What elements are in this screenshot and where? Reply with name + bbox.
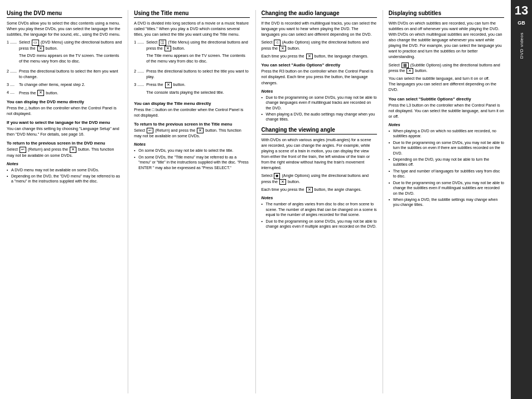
col3-title2: Changing the viewing angle <box>262 127 377 134</box>
direct-title-title: You can display the Title menu directly <box>134 101 249 106</box>
x-icon-return: ✕ <box>70 147 76 152</box>
lang-dvd-text: You can change this setting by choosing … <box>7 126 122 137</box>
title-step2: 2 ...... Press the directional buttons t… <box>134 69 249 80</box>
col4-intro: With DVDs on which subtitles are recorde… <box>389 21 504 60</box>
subtitle-options-icon: ▩ <box>402 63 409 68</box>
return-icon-t: ↩ <box>147 128 153 133</box>
x-icon-t1: ✕ <box>165 46 171 51</box>
col1-dvd-menu: Using the DVD menu Some DVDs allow you t… <box>7 10 128 393</box>
x-button-icon: ✕ <box>37 46 44 51</box>
angle-options-icon: ◆ <box>274 173 280 179</box>
col1-notes: Notes A DVD menu may not be available on… <box>7 161 122 184</box>
title-step3: 3 ...... Press the ✕ button. The console… <box>134 82 249 97</box>
return-dvd-text: Select ↩ (Return) and press the ✕ button… <box>7 147 122 158</box>
title-step1: 1 ...... Select ◫ (Title Menu) using the… <box>134 40 249 66</box>
return-title-text: Select ↩ (Return) and press the ✕ button… <box>134 128 249 139</box>
sidebar-label: DVD videos <box>519 32 524 59</box>
return-icon: ↩ <box>20 147 26 152</box>
lang-dvd-title: If you want to select the language for t… <box>7 120 122 125</box>
col3-notes2: Notes The number of angles varies from d… <box>262 195 377 229</box>
step4: 4 .... Press the ✕ button. <box>7 90 122 95</box>
right-sidebar: 13 GB DVD videos <box>511 0 532 399</box>
col3-select2: Select ◆ (Angle Options) using the direc… <box>262 173 377 185</box>
col3-notes: Notes Due to the programming on some DVD… <box>262 89 377 122</box>
x-icon-sub: ✕ <box>407 68 413 74</box>
col1-title: Using the DVD menu <box>7 10 122 18</box>
col2-title: Using the Title menu <box>134 10 249 18</box>
col3-title: Changing the audio language <box>262 10 377 18</box>
direct-title-text: Press the □ button on the controller whe… <box>134 107 249 118</box>
step3: 3 .... To change other items, repeat ste… <box>7 82 122 88</box>
col4-notes: Notes When playing a DVD on which no sub… <box>389 122 504 208</box>
x-icon-t-return: ✕ <box>197 128 204 133</box>
columns-area: Using the DVD menu Some DVDs allow you t… <box>7 10 504 393</box>
title-menu-icon: ◫ <box>159 40 166 45</box>
col1-intro: Some DVDs allow you to select the disc c… <box>7 21 122 37</box>
x-icon-audio: ✕ <box>279 46 286 51</box>
main-content: Using the DVD menu Some DVDs allow you t… <box>0 0 511 399</box>
col4-subtitles: Displaying subtitles With DVDs on which … <box>389 10 504 393</box>
col3-intro: If the DVD is recorded with multilingual… <box>262 21 377 37</box>
country-code: GB <box>518 20 525 26</box>
x-icon-t3: ✕ <box>165 82 172 88</box>
col4-select-desc: You can select the subtitle language, an… <box>389 76 504 93</box>
audio-direct-text: Press the R3 button on the controller wh… <box>262 69 377 85</box>
return-title-title: To return to the previous screen in the … <box>134 122 249 127</box>
audio-direct-title: You can select "Audio Options" directly <box>262 63 377 68</box>
x-icon-each2: ✕ <box>306 187 313 193</box>
col3-intro2: With DVDs on which various angles (multi… <box>262 137 377 171</box>
page-container: Using the DVD menu Some DVDs allow you t… <box>0 0 532 399</box>
page-number: 13 <box>515 4 528 17</box>
subtitle-direct-text: Press the L3 button on the controller wh… <box>389 103 504 119</box>
col2-title-menu: Using the Title menu A DVD is divided in… <box>134 10 255 393</box>
x-icon-each: ✕ <box>306 54 313 59</box>
x-icon-angle: ✕ <box>279 179 286 185</box>
x-button-icon2: ✕ <box>37 90 44 95</box>
col3-each2: Each time you press the ✕ button, the an… <box>262 187 377 193</box>
col2-intro: A DVD is divided into long sections of a… <box>134 21 249 37</box>
audio-options-icon: ♫ <box>274 40 280 45</box>
direct-dvd-title: You can display the DVD menu directly <box>7 99 122 104</box>
col2-notes: Notes On some DVDs, you may not be able … <box>134 142 249 170</box>
direct-dvd-text: Press the △ button on the controller whe… <box>7 105 122 117</box>
col4-title: Displaying subtitles <box>389 10 504 18</box>
subtitle-direct-title: You can select "Subtitle Options" direct… <box>389 97 504 102</box>
step2: 2 ...... Press the directional buttons t… <box>7 69 122 80</box>
return-dvd-title: To return to the previous screen in the … <box>7 141 122 146</box>
col3-each: Each time you press the ✕ button, the la… <box>262 54 377 59</box>
dvd-menu-icon: ▭ <box>32 40 39 45</box>
col3-select: Select ♫ (Audio Options) using the direc… <box>262 40 377 51</box>
col4-select: Select ▩ (Subtitle Options) using the di… <box>389 63 504 74</box>
step1: 1 ...... Select ▭ (DVD Menu) using the d… <box>7 40 122 66</box>
col3-audio: Changing the audio language If the DVD i… <box>262 10 383 393</box>
